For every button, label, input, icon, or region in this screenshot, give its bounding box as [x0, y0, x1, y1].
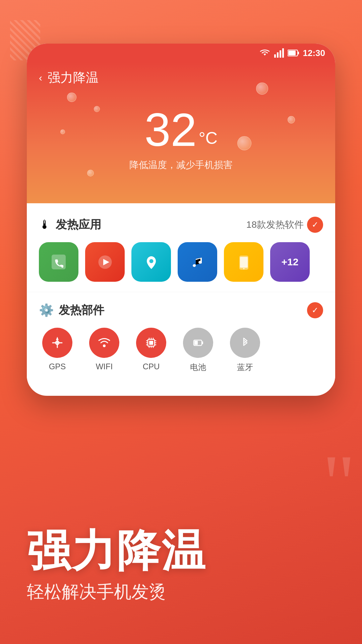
phone-app-icon — [39, 242, 78, 282]
hot-apps-count-group: 18款发热软件 ✓ — [246, 217, 323, 233]
hot-components-section: ⚙️ 发热部件 ✓ GPS — [27, 292, 335, 386]
nav-title: 强力降温 — [48, 69, 99, 86]
app-icon-phone2[interactable] — [224, 242, 263, 282]
bluetooth-icon-circle — [230, 328, 260, 358]
app-icon-more[interactable]: +12 — [270, 242, 310, 282]
bluetooth-label: 蓝牙 — [237, 362, 253, 373]
phone-nav: ‹ 强力降温 — [27, 62, 335, 93]
battery-icon-circle — [183, 328, 213, 358]
svg-rect-0 — [274, 54, 276, 58]
svg-point-15 — [103, 344, 106, 347]
svg-rect-5 — [298, 52, 299, 54]
wifi-status-icon — [259, 48, 271, 58]
status-icons: 12:30 — [259, 48, 325, 58]
more-apps-label: +12 — [282, 256, 299, 268]
component-bluetooth[interactable]: 蓝牙 — [227, 328, 263, 373]
bubble-6 — [237, 136, 251, 150]
bubble-2 — [94, 106, 100, 112]
battery-status-icon — [288, 49, 300, 57]
cpu-icon-circle — [136, 328, 166, 358]
bubble-7 — [87, 170, 94, 176]
component-gps[interactable]: GPS — [39, 328, 76, 371]
app-icon-map[interactable] — [131, 242, 171, 282]
svg-rect-6 — [288, 51, 296, 55]
temperature-display: 32°C — [27, 93, 335, 153]
hot-apps-header: 🌡 发热应用 18款发热软件 ✓ — [39, 217, 323, 233]
svg-rect-11 — [240, 257, 248, 268]
app-icon-music[interactable] — [178, 242, 217, 282]
svg-rect-17 — [149, 341, 153, 345]
hot-apps-section: 🌡 发热应用 18款发热软件 ✓ — [27, 203, 335, 292]
components-check-icon: ✓ — [312, 306, 318, 315]
component-battery[interactable]: 电池 — [180, 328, 217, 373]
hot-apps-title-group: 🌡 发热应用 — [39, 217, 101, 232]
phone2-app-icon — [224, 242, 263, 282]
gps-icon-circle — [42, 328, 72, 358]
svg-point-12 — [243, 268, 244, 269]
temperature-value: 32 — [144, 106, 197, 153]
map-app-icon — [131, 242, 171, 282]
temperature-unit: °C — [199, 129, 218, 148]
svg-rect-31 — [202, 341, 203, 344]
temperature-description: 降低温度，减少手机损害 — [27, 159, 335, 171]
svg-rect-1 — [277, 52, 279, 58]
svg-rect-32 — [194, 341, 198, 345]
signal-status-icon — [274, 48, 284, 58]
video-app-icon — [85, 242, 125, 282]
bubble-5 — [60, 129, 65, 134]
bubble-1 — [67, 93, 76, 102]
wifi-label: WIFI — [96, 362, 113, 371]
bottom-section: 强力降温 轻松解决手机发烫 — [0, 409, 362, 644]
app-icon-phone[interactable] — [39, 242, 78, 282]
hot-apps-title: 发热应用 — [56, 217, 101, 232]
main-title: 强力降温 — [27, 527, 335, 575]
component-cpu[interactable]: CPU — [133, 328, 170, 371]
phone-header: ‹ 强力降温 32°C 降低温度，减少手机损害 — [27, 62, 335, 203]
component-wifi[interactable]: WIFI — [86, 328, 123, 371]
apps-grid: +12 — [39, 242, 323, 282]
battery-label: 电池 — [190, 362, 206, 373]
bubble-4 — [288, 116, 295, 123]
gps-label: GPS — [49, 362, 66, 371]
svg-marker-14 — [56, 337, 59, 340]
gear-icon: ⚙️ — [39, 303, 54, 317]
components-grid: GPS WIFI — [39, 328, 323, 373]
svg-rect-3 — [282, 48, 284, 58]
app-icon-video[interactable] — [85, 242, 125, 282]
thermometer-icon: 🌡 — [39, 218, 51, 232]
hot-components-check-badge[interactable]: ✓ — [307, 302, 323, 318]
phone-mockup: 12:30 ‹ 强力降温 32°C 降低温度，减少手机损害 🌡 发热应用 18款 — [27, 44, 335, 396]
more-apps-icon: +12 — [270, 242, 310, 282]
hot-components-title: 发热部件 — [59, 303, 104, 318]
hot-components-title-group: ⚙️ 发热部件 — [39, 303, 104, 318]
status-time: 12:30 — [303, 48, 325, 58]
statusbar: 12:30 — [27, 44, 335, 62]
hot-components-header: ⚙️ 发热部件 ✓ — [39, 302, 323, 318]
cpu-label: CPU — [143, 362, 160, 371]
svg-rect-2 — [280, 50, 281, 58]
sub-title: 轻松解决手机发烫 — [27, 580, 335, 604]
bubble-3 — [256, 83, 268, 95]
svg-point-9 — [149, 259, 153, 263]
check-icon: ✓ — [312, 220, 318, 229]
hot-apps-check-badge[interactable]: ✓ — [307, 217, 323, 233]
wifi-icon-circle — [89, 328, 119, 358]
music-app-icon — [178, 242, 217, 282]
back-button[interactable]: ‹ — [39, 72, 42, 84]
hot-apps-count: 18款发热软件 — [246, 218, 304, 231]
